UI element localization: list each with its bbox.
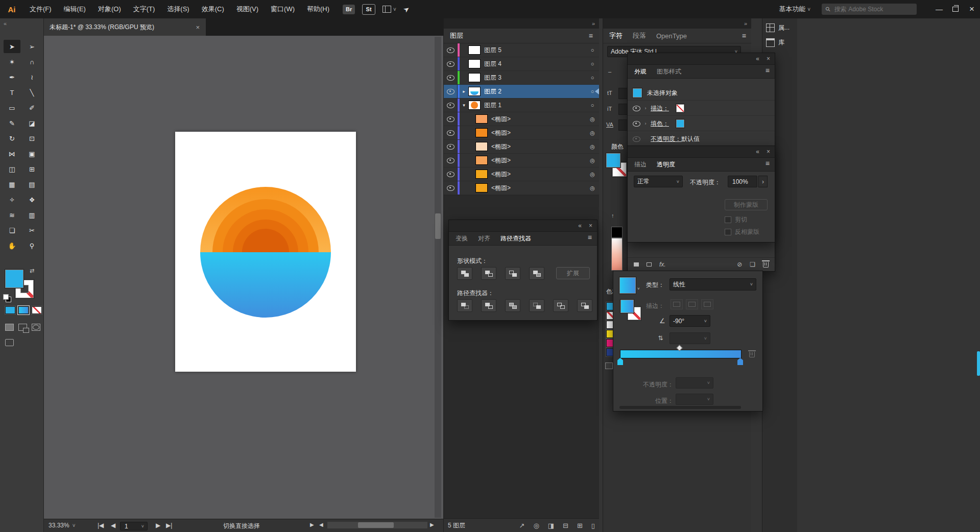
layer-row[interactable]: 图层 4 ○ (444, 57, 599, 71)
first-artboard-button[interactable]: |◀ (98, 522, 104, 529)
menu-item[interactable]: 文字(T) (127, 0, 161, 18)
add-effect-icon[interactable]: fx. (659, 261, 666, 268)
artboard-number-field[interactable]: ˅ (120, 522, 148, 530)
expand-chevron-icon[interactable]: › (640, 121, 651, 126)
gradient-swatch[interactable] (619, 277, 636, 294)
minus-back-button[interactable] (577, 299, 592, 312)
clip-checkbox-row[interactable]: 剪切 (725, 215, 747, 224)
stroke-within-button[interactable] (671, 299, 683, 309)
layer-target-icon[interactable]: ○ (586, 75, 599, 81)
expand-chevron-icon[interactable]: ▾ (460, 103, 468, 108)
blend-mode-dropdown[interactable]: 正常 ˅ (634, 176, 683, 187)
expand-dock-icon[interactable]: » (592, 20, 595, 27)
panel-menu-icon[interactable]: ≡ (588, 233, 592, 241)
tab-layers[interactable]: 图层 (450, 31, 463, 40)
gradient-stop-end[interactable] (737, 358, 743, 365)
fill-color-swatch[interactable] (5, 270, 23, 288)
draw-normal-button[interactable] (5, 324, 14, 331)
zoom-level-control[interactable]: 33.33% ˅ (49, 522, 76, 529)
layer-name[interactable]: <椭圆> (491, 142, 586, 151)
layer-thumbnail[interactable] (468, 87, 481, 96)
eye-icon[interactable] (633, 121, 640, 127)
width-tool[interactable]: ⋈ (4, 147, 20, 160)
expand-chevron-icon[interactable]: ▸ (460, 89, 468, 94)
opacity-row[interactable]: 不透明度： 默认值 (628, 132, 775, 147)
layer-row[interactable]: <椭圆> ◎ (444, 112, 599, 126)
eraser-tool[interactable]: ◪ (23, 116, 40, 130)
visibility-toggle[interactable] (444, 126, 458, 139)
expand-button[interactable]: 扩展 (556, 267, 590, 279)
hand-tool[interactable]: ✋ (4, 239, 20, 252)
none-mode-button[interactable] (32, 306, 42, 314)
scroll-left-icon[interactable]: ◀ (319, 522, 323, 527)
symbol-sprayer-tool[interactable]: ≋ (4, 208, 20, 222)
opacity-spinner[interactable]: › (758, 176, 768, 187)
font-size-field[interactable] (618, 88, 628, 99)
collapse-panel-icon[interactable]: « (756, 148, 759, 155)
menu-item[interactable]: 编辑(E) (58, 0, 92, 18)
layer-target-icon[interactable]: ◎ (586, 116, 599, 123)
layer-name[interactable]: 图层 3 (484, 74, 586, 82)
fill-swatch[interactable] (676, 119, 684, 128)
scrollbar-thumb[interactable] (358, 522, 394, 528)
make-mask-icon[interactable]: ◨ (548, 522, 554, 529)
outline-button[interactable] (553, 299, 568, 312)
stroke-along-button[interactable] (686, 299, 698, 309)
search-input[interactable] (833, 5, 898, 13)
last-artboard-button[interactable]: ▶| (166, 522, 172, 529)
mesh-tool[interactable]: ▦ (4, 178, 20, 191)
rotate-tool[interactable]: ↻ (4, 132, 20, 145)
layer-target-icon[interactable]: ○ (586, 47, 599, 53)
expand-chevron-icon[interactable]: › (640, 106, 651, 111)
fill-link[interactable]: 填色： (651, 119, 669, 128)
shape-builder-tool[interactable]: ◫ (4, 162, 20, 176)
selection-tool[interactable]: ➤ (4, 40, 20, 53)
rectangle-tool[interactable]: ▭ (4, 101, 20, 114)
visibility-toggle[interactable] (444, 99, 458, 112)
stroke-link[interactable]: 描边： (651, 104, 669, 113)
share-icon[interactable]: ➤ (401, 4, 411, 14)
scroll-right-icon[interactable]: ▶ (430, 522, 434, 527)
eyedropper-tool[interactable]: ✧ (4, 193, 20, 206)
blend-tool[interactable]: ❖ (23, 193, 40, 206)
close-document-icon[interactable]: × (196, 23, 200, 31)
layer-name[interactable]: <椭圆> (491, 184, 586, 192)
direct-selection-tool[interactable]: ➢ (23, 40, 40, 53)
swap-fill-stroke-icon[interactable]: ⇄ (30, 268, 34, 274)
layer-row[interactable]: 图层 5 ○ (444, 43, 599, 57)
close-panel-icon[interactable]: × (767, 148, 770, 155)
panel-tab[interactable]: 段落 (633, 31, 646, 40)
layer-name[interactable]: 图层 4 (484, 60, 586, 68)
panel-tab[interactable]: 图形样式 (657, 67, 681, 76)
expand-dock-icon[interactable]: » (744, 20, 747, 27)
visibility-toggle[interactable] (444, 167, 458, 181)
panel-tab[interactable]: 描边 (634, 160, 647, 169)
menu-item[interactable]: 视图(V) (230, 0, 265, 18)
stroke-across-button[interactable] (701, 299, 713, 309)
layer-row[interactable]: 图层 3 ○ (444, 71, 599, 85)
close-button[interactable]: × (964, 4, 980, 14)
visibility-toggle[interactable] (444, 181, 458, 195)
opacity-link[interactable]: 不透明度： (651, 135, 681, 143)
panel-menu-icon[interactable]: ≡ (742, 32, 746, 40)
duplicate-item-icon[interactable]: ❏ (750, 261, 755, 268)
vertical-scale-field[interactable] (618, 104, 628, 115)
delete-item-icon[interactable] (763, 262, 769, 268)
new-stroke-icon[interactable] (634, 262, 639, 267)
curvature-tool[interactable]: ≀ (23, 70, 40, 84)
artboard-number-input[interactable] (124, 522, 139, 530)
swatch-libraries-icon[interactable] (605, 362, 613, 369)
panel-tab[interactable]: 对齐 (478, 234, 490, 243)
divide-button[interactable] (457, 299, 472, 312)
layer-thumbnail[interactable] (468, 45, 481, 55)
layer-target-icon[interactable]: ◎ (586, 185, 599, 191)
opacity-field[interactable] (728, 176, 757, 187)
layer-name[interactable]: 图层 2 (484, 87, 586, 96)
eye-icon[interactable] (633, 136, 640, 142)
unite-button[interactable] (457, 267, 472, 280)
visibility-toggle[interactable] (444, 140, 458, 153)
layer-name[interactable]: <椭圆> (491, 170, 586, 179)
menu-item[interactable]: 帮助(H) (301, 0, 336, 18)
zoom-tool[interactable]: ⚲ (23, 239, 40, 252)
make-mask-button[interactable]: 制作蒙版 (725, 199, 768, 210)
